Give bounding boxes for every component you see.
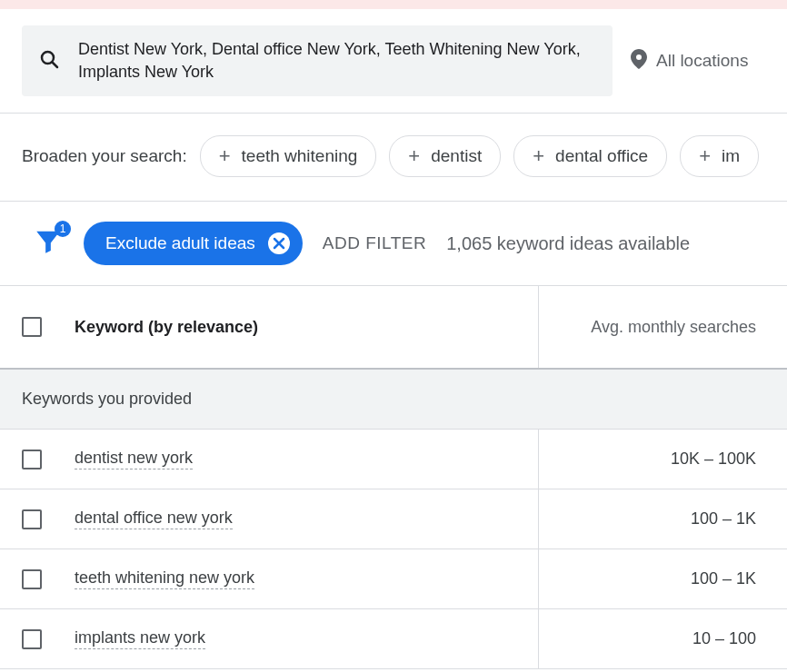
row-checkbox[interactable] [22,450,42,469]
table-row: dental office new york 100 – 1K [0,489,787,549]
search-box[interactable]: Dentist New York, Dental office New York… [22,25,613,96]
keyword-cell[interactable]: dentist new york [75,449,193,469]
searches-cell: 100 – 1K [538,489,765,548]
plus-icon: + [699,144,711,168]
row-checkbox[interactable] [22,629,42,649]
close-icon[interactable] [268,232,290,254]
chip-label: dentist [431,146,482,166]
search-bar-section: Dentist New York, Dental office New York… [0,9,787,114]
search-text: Dentist New York, Dental office New York… [78,38,596,84]
section-header: Keywords you provided [0,370,787,430]
top-accent-bar [0,0,787,9]
table-row: dentist new york 10K – 100K [0,430,787,489]
broaden-section: Broaden your search: + teeth whitening +… [0,114,787,202]
ideas-count: 1,065 keyword ideas available [446,233,690,254]
keyword-cell[interactable]: dental office new york [75,509,233,529]
column-header-searches[interactable]: Avg. monthly searches [538,286,765,368]
broaden-chip-2[interactable]: + dental office [513,135,667,177]
column-header-keyword[interactable]: Keyword (by relevance) [75,318,538,337]
location-pin-icon [631,49,647,74]
keyword-cell[interactable]: teeth whitening new york [75,568,254,589]
plus-icon: + [533,144,544,168]
broaden-chip-3[interactable]: + im [680,135,759,177]
filter-funnel[interactable]: 1 [33,226,64,261]
search-icon [38,48,60,74]
table-header-row: Keyword (by relevance) Avg. monthly sear… [0,286,787,370]
filter-chip-label: Exclude adult ideas [105,233,255,253]
plus-icon: + [219,144,231,168]
svg-line-1 [53,63,57,67]
chip-label: teeth whitening [242,146,358,166]
location-button[interactable]: All locations [631,49,748,74]
select-all-cell [22,317,75,337]
active-filter-chip[interactable]: Exclude adult ideas [84,222,303,265]
svg-point-0 [42,52,54,64]
broaden-chip-0[interactable]: + teeth whitening [200,135,377,177]
searches-cell: 100 – 1K [538,549,765,608]
searches-cell: 10K – 100K [538,430,765,489]
select-all-checkbox[interactable] [22,317,42,337]
table-row: teeth whitening new york 100 – 1K [0,549,787,609]
add-filter-button[interactable]: ADD FILTER [323,233,426,253]
location-label: All locations [656,51,748,71]
filter-bar: 1 Exclude adult ideas ADD FILTER 1,065 k… [0,202,787,286]
keyword-cell[interactable]: implants new york [75,628,205,649]
searches-cell: 10 – 100 [538,609,765,668]
chip-label: im [722,146,740,166]
chip-label: dental office [555,146,648,166]
filter-badge: 1 [55,221,71,237]
broaden-label: Broaden your search: [22,146,187,166]
plus-icon: + [408,144,420,168]
table-row: implants new york 10 – 100 [0,609,787,669]
row-checkbox[interactable] [22,569,42,589]
broaden-chip-1[interactable]: + dentist [389,135,501,177]
row-checkbox[interactable] [22,509,42,529]
